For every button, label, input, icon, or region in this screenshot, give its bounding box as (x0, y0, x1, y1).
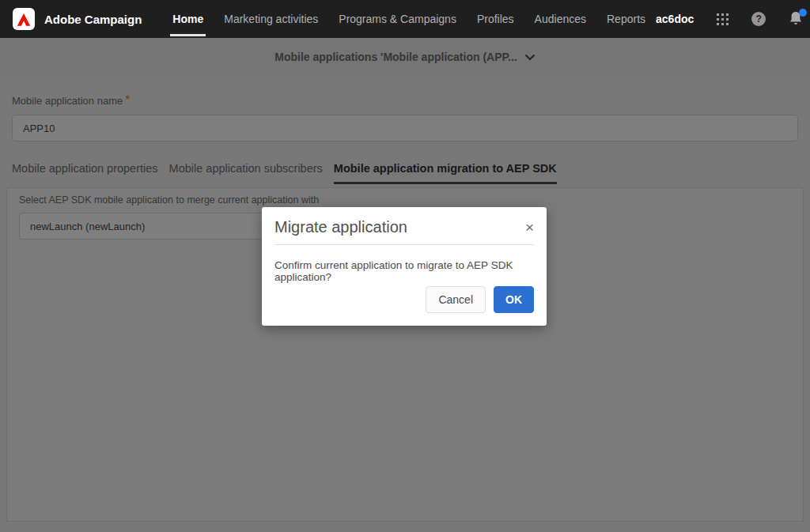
notification-badge (799, 9, 807, 17)
nav-item-home[interactable]: Home (162, 0, 214, 38)
nav-right-cluster: ac6doc ? (656, 9, 810, 28)
migrate-application-dialog: Migrate application × Confirm current ap… (262, 207, 547, 326)
ok-button[interactable]: OK (494, 286, 534, 313)
notifications-button[interactable] (789, 11, 804, 27)
nav-menu: Home Marketing activities Programs & Cam… (162, 0, 656, 38)
dialog-title: Migrate application (274, 218, 407, 236)
content-area: Mobile applications 'Mobile application … (0, 38, 810, 532)
adobe-logo-icon (15, 10, 32, 28)
help-icon[interactable]: ? (751, 12, 766, 26)
nav-item-audiences[interactable]: Audiences (524, 0, 596, 38)
close-icon[interactable]: × (525, 220, 534, 235)
adobe-logo[interactable] (13, 8, 35, 30)
dialog-header: Migrate application × (262, 207, 547, 244)
account-name[interactable]: ac6doc (656, 13, 694, 25)
nav-item-profiles[interactable]: Profiles (467, 0, 524, 38)
top-nav: Adobe Campaign Home Marketing activities… (0, 0, 810, 38)
brand-title: Adobe Campaign (44, 13, 142, 26)
dialog-message: Confirm current application to migrate t… (262, 245, 547, 283)
nav-item-programs-campaigns[interactable]: Programs & Campaigns (328, 0, 467, 38)
app-grid-icon[interactable] (717, 13, 729, 25)
nav-item-reports[interactable]: Reports (596, 0, 656, 38)
nav-item-marketing-activities[interactable]: Marketing activities (214, 0, 328, 38)
dialog-footer: Cancel OK (426, 286, 534, 313)
cancel-button[interactable]: Cancel (426, 286, 486, 313)
